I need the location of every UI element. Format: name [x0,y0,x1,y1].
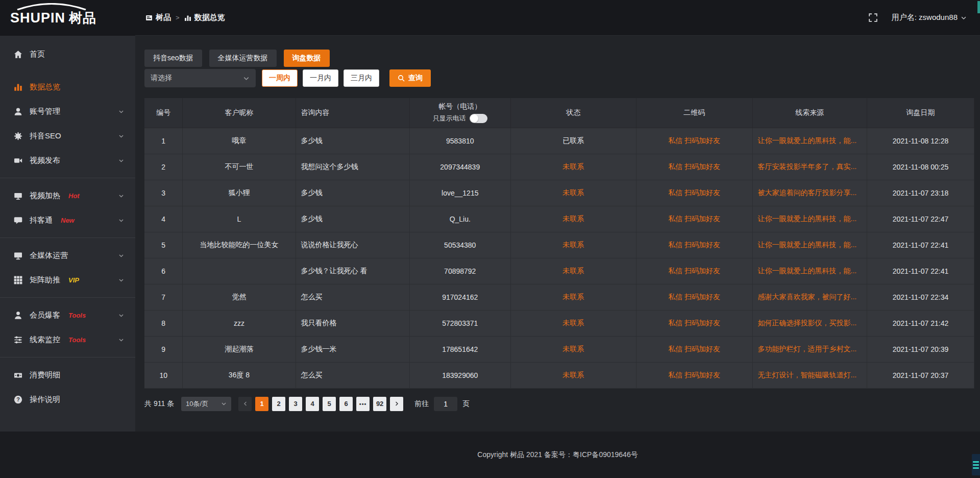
user-icon [14,107,22,116]
table-header-row: 编号 客户昵称 咨询内容 帐号（电话） 只显示电话 状态 二维码 线索来源 询盘… [144,98,974,128]
page-button-1[interactable]: 1 [255,397,268,411]
sidebar-item-label: 会员爆客 [30,310,60,320]
tab-0[interactable]: 抖音seo数据 [144,50,202,67]
page-button-•••[interactable]: ••• [356,397,370,411]
sidebar-item-6[interactable]: 抖客通New [0,208,135,232]
cell-content: 我只看价格 [296,310,409,336]
qr-action-links[interactable]: 私信 扫码加好友 [668,371,720,379]
user-menu[interactable]: 用户名: zswodun88 [892,13,967,22]
next-page-button[interactable] [390,397,403,411]
sidebar-item-label: 消费明细 [30,370,60,380]
cell-qrcode: 私信 扫码加好友 [636,258,752,284]
cell-content: 多少钱 [296,206,409,232]
cell-date: 2021-11-07 20:39 [867,336,974,362]
cell-content: 怎么买 [296,284,409,310]
sidebar-item-3[interactable]: 抖音SEO [0,124,135,148]
cell-status: 未联系 [511,232,636,258]
cell-source[interactable]: 感谢大家喜欢我家，被问了好... [752,284,867,310]
cell-nickname: 哦章 [183,128,296,154]
query-button[interactable]: 查询 [389,69,431,87]
sidebar-item-1[interactable]: 数据总览 [0,75,135,99]
sidebar-item-2[interactable]: 账号管理 [0,99,135,124]
qr-action-links[interactable]: 私信 扫码加好友 [668,162,720,171]
chevron-down-icon [118,313,124,318]
range-button-0[interactable]: 一周内 [262,69,298,87]
prev-page-button[interactable] [238,397,252,411]
page-button-6[interactable]: 6 [339,397,353,411]
sidebar-divider [0,357,135,357]
cell-source[interactable]: 让你一眼就爱上的黑科技，能... [752,258,867,284]
grid-icon [14,276,22,284]
sidebar-item-0[interactable]: 首页 [0,42,135,66]
sidebar-item-label: 抖客通 [30,216,53,225]
qr-action-links[interactable]: 私信 扫码加好友 [668,267,720,275]
page-button-2[interactable]: 2 [272,397,285,411]
breadcrumb-item-root[interactable]: 树品 [145,13,171,22]
svg-text:?: ? [16,396,20,402]
cell-source[interactable]: 客厅安装投影半年多了，真实... [752,154,867,180]
sidebar-item-5[interactable]: 视频加热Hot [0,183,135,208]
qr-action-links[interactable]: 私信 扫码加好友 [668,293,720,301]
monitor-icon [14,251,22,260]
home-icon [14,50,22,59]
col-source: 线索来源 [752,98,867,128]
page-button-4[interactable]: 4 [306,397,319,411]
sidebar-item-7[interactable]: 全媒体运营 [0,243,135,268]
cell-no: 7 [144,284,183,310]
cell-source[interactable]: 无主灯设计，智能磁吸轨道灯... [752,362,867,388]
qr-action-links[interactable]: 私信 扫码加好友 [668,241,720,249]
sidebar-item-8[interactable]: 矩阵助推VIP [0,268,135,292]
page-button-5[interactable]: 5 [323,397,336,411]
cell-source[interactable]: 让你一眼就爱上的黑科技，能... [752,128,867,154]
cell-qrcode: 私信 扫码加好友 [636,180,752,206]
breadcrumb-item-current[interactable]: 数据总览 [184,13,225,22]
sidebar-item-12[interactable]: ?操作说明 [0,387,135,412]
im-widget[interactable] [972,454,980,475]
page-button-3[interactable]: 3 [289,397,302,411]
username-label: 用户名: zswodun88 [892,13,958,22]
fullscreen-icon[interactable] [869,13,877,22]
page-size-select[interactable]: 10条/页 [181,397,231,411]
sidebar-item-10[interactable]: 线索监控Tools [0,327,135,352]
cell-content: 怎么买 [296,362,409,388]
range-button-1[interactable]: 一月内 [303,69,338,87]
cell-source[interactable]: 被大家追着问的客厅投影分享... [752,180,867,206]
cell-source[interactable]: 让你一眼就爱上的黑科技，能... [752,232,867,258]
qr-action-links[interactable]: 私信 扫码加好友 [668,188,720,197]
expense-icon [14,371,22,379]
breadcrumb-separator: > [176,14,180,21]
cell-source[interactable]: 如何正确选择投影仪，买投影... [752,310,867,336]
sidebar-item-4[interactable]: 视频发布 [0,148,135,173]
qr-action-links[interactable]: 私信 扫码加好友 [668,319,720,327]
tab-2[interactable]: 询盘数据 [284,50,330,67]
cell-nickname [183,258,296,284]
top-bar: SHUPIN 树品 树品 > 数据总览 用户名: zswodun88 [0,0,980,36]
qr-action-links[interactable]: 私信 扫码加好友 [668,345,720,353]
table-row: 1哦章多少钱9583810已联系私信 扫码加好友让你一眼就爱上的黑科技，能...… [144,128,974,154]
goto-page-input[interactable] [434,397,457,411]
cell-status: 未联系 [511,310,636,336]
sidebar-item-9[interactable]: 会员爆客Tools [0,303,135,327]
range-button-2[interactable]: 三月内 [344,69,379,87]
chevron-down-icon [221,401,227,407]
edge-marker [977,1,980,13]
page-button-92[interactable]: 92 [373,397,386,411]
cell-qrcode: 私信 扫码加好友 [636,154,752,180]
cell-status: 未联系 [511,336,636,362]
cell-qrcode: 私信 扫码加好友 [636,362,752,388]
cell-source[interactable]: 多功能护栏灯，适用于乡村文... [752,336,867,362]
logo-arc [13,3,90,10]
cell-account: love__1215 [409,180,511,206]
filter-select[interactable]: 请选择 [144,69,256,87]
help-circle-icon: ? [14,395,22,404]
sidebar-item-label: 矩阵助推 [30,275,60,285]
phone-only-toggle[interactable] [470,114,487,123]
qr-action-links[interactable]: 私信 扫码加好友 [668,136,720,145]
cell-source[interactable]: 让你一眼就爱上的黑科技，能... [752,206,867,232]
qr-action-links[interactable]: 私信 扫码加好友 [668,214,720,223]
tab-1[interactable]: 全媒体运营数据 [209,50,277,67]
sidebar-item-11[interactable]: 消费明细 [0,363,135,387]
cell-account: 572803371 [409,310,511,336]
sidebar-badge: New [61,217,75,224]
col-account: 帐号（电话） 只显示电话 [409,98,511,128]
